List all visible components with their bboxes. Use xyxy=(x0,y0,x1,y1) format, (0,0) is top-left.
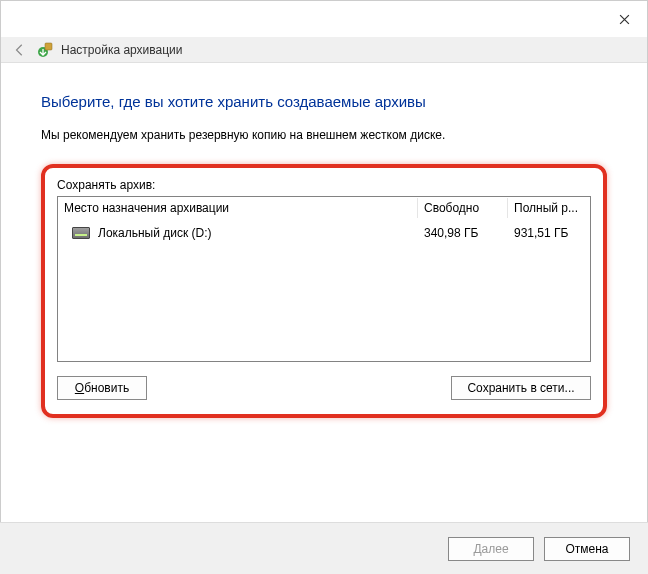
content-area: Выберите, где вы хотите хранить создавае… xyxy=(1,63,647,436)
table-row[interactable]: Локальный диск (D:) 340,98 ГБ 931,51 ГБ xyxy=(58,219,590,247)
destination-table[interactable]: Место назначения архивации Свободно Полн… xyxy=(57,196,591,362)
close-icon xyxy=(619,14,630,25)
save-archive-label: Сохранять архив: xyxy=(57,178,591,192)
titlebar xyxy=(1,1,647,37)
disk-icon xyxy=(72,227,90,239)
table-header: Место назначения архивации Свободно Полн… xyxy=(58,197,590,219)
section-buttons: Обновить Сохранить в сети... xyxy=(57,376,591,400)
recommendation-text: Мы рекомендуем хранить резервную копию н… xyxy=(41,128,607,142)
header-bar: Настройка архивации xyxy=(1,37,647,63)
svg-rect-1 xyxy=(45,43,52,50)
refresh-button[interactable]: Обновить xyxy=(57,376,147,400)
back-arrow-icon xyxy=(13,43,27,57)
save-network-button[interactable]: Сохранить в сети... xyxy=(451,376,591,400)
cell-destination: Локальный диск (D:) xyxy=(58,223,418,243)
close-button[interactable] xyxy=(601,1,647,37)
cell-full: 931,51 ГБ xyxy=(508,223,590,243)
col-destination[interactable]: Место назначения архивации xyxy=(58,198,418,218)
disk-name: Локальный диск (D:) xyxy=(98,226,212,240)
cancel-button[interactable]: Отмена xyxy=(544,537,630,561)
highlighted-section: Сохранять архив: Место назначения архива… xyxy=(41,164,607,418)
window-title: Настройка архивации xyxy=(61,43,183,57)
footer-bar: Далее Отмена xyxy=(0,522,648,574)
page-heading: Выберите, где вы хотите хранить создавае… xyxy=(41,93,607,110)
next-button[interactable]: Далее xyxy=(448,537,534,561)
cell-free: 340,98 ГБ xyxy=(418,223,508,243)
back-button[interactable] xyxy=(11,41,29,59)
col-free[interactable]: Свободно xyxy=(418,198,508,218)
backup-icon xyxy=(37,42,53,58)
col-full[interactable]: Полный р... xyxy=(508,198,590,218)
